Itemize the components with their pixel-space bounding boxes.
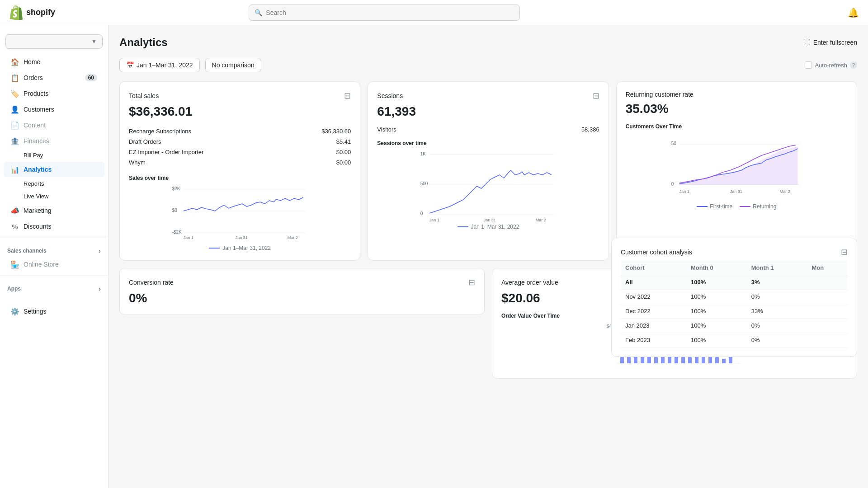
cohort-cell-dec-name: Dec 2022 [621, 304, 686, 319]
sidebar-item-marketing[interactable]: 📣 Marketing [4, 203, 104, 218]
returning-header: Returning customer rate [626, 91, 848, 98]
sidebar-item-discounts[interactable]: % Discounts [4, 219, 104, 234]
cohort-cell-feb-m1: 0% [747, 333, 807, 347]
content-icon: 📄 [11, 121, 19, 129]
home-icon: 🏠 [11, 58, 19, 66]
sidebar-item-label: Analytics [24, 166, 52, 173]
sidebar-item-customers[interactable]: 👤 Customers [4, 102, 104, 117]
cohort-table: Cohort Month 0 Month 1 Mon All 100% 3% N… [621, 261, 848, 347]
sidebar-item-live-view[interactable]: Live View [4, 190, 104, 202]
cohort-menu-icon[interactable]: ⊟ [841, 247, 848, 257]
cohort-cell-nov-m1: 0% [747, 290, 807, 304]
total-sales-row-0: Recharge Subscriptions $36,330.60 [129, 126, 351, 136]
sessions-menu-icon[interactable]: ⊟ [593, 91, 599, 101]
sidebar-item-reports[interactable]: Reports [4, 178, 104, 190]
sidebar-item-label: Products [24, 90, 48, 97]
visitors-row: Visitors 58,386 [377, 126, 599, 133]
search-bar[interactable]: 🔍 [249, 5, 520, 21]
returning-customer-card: Returning customer rate 35.03% Customers… [616, 81, 857, 261]
expand-icon[interactable]: › [99, 247, 101, 254]
sidebar-item-label: Content [24, 122, 46, 129]
first-time-legend-line [697, 206, 708, 207]
cohort-cell-dec-m2 [807, 304, 848, 319]
sidebar-item-label: Discounts [24, 223, 51, 230]
svg-text:1K: 1K [420, 151, 426, 156]
cohort-cell-jan-m2 [807, 319, 848, 333]
sidebar-item-label: Finances [24, 137, 49, 145]
returning-chart: 50 0 Jan 1 Jan 31 Mar 2 [626, 135, 848, 200]
conversion-menu-icon[interactable]: ⊟ [468, 277, 475, 287]
svg-text:0: 0 [420, 211, 423, 216]
returning-legend-line [740, 206, 750, 207]
cohort-row-dec2022: Dec 2022 100% 33% [621, 304, 848, 319]
legend-line [209, 248, 220, 249]
sidebar-item-online-store[interactable]: 🏪 Online Store [4, 257, 104, 272]
sidebar: ▼ 🏠 Home 📋 Orders 60 🏷️ Products 👤 Custo… [0, 25, 108, 488]
sidebar-item-products[interactable]: 🏷️ Products [4, 86, 104, 101]
svg-text:Jan 31: Jan 31 [236, 235, 248, 240]
page-header: Analytics ⛶ Enter fullscreen [119, 36, 857, 49]
cohort-cell-feb-m0: 100% [686, 333, 747, 347]
customers-over-time-label: Customers Over Time [626, 123, 848, 130]
sidebar-item-analytics[interactable]: 📊 Analytics [4, 162, 104, 177]
cohort-cell-all-m2 [807, 275, 848, 290]
returning-value: 35.03% [626, 102, 848, 116]
sidebar-item-label: Marketing [24, 207, 51, 214]
cohort-cell-feb-m2 [807, 333, 848, 347]
store-select[interactable]: ▼ [5, 34, 103, 49]
top-cards-grid: Total sales ⊟ $36,336.01 Recharge Subscr… [119, 81, 857, 261]
calendar-icon: 📅 [126, 61, 134, 69]
bell-icon[interactable]: 🔔 [848, 7, 859, 18]
sidebar-item-orders[interactable]: 📋 Orders 60 [4, 70, 104, 85]
settings-section: ⚙️ Settings [0, 294, 108, 319]
sessions-chart: 1K 500 0 Jan 1 Jan 31 Mar 2 [377, 150, 599, 219]
chevron-down-icon: ▼ [91, 38, 97, 45]
total-sales-header: Total sales ⊟ [129, 91, 351, 101]
logo: shopify [9, 5, 81, 20]
aov-title: Average order value [501, 279, 558, 286]
sessions-chart-svg: 1K 500 0 Jan 1 Jan 31 Mar 2 [377, 150, 599, 218]
sessions-chart-footer: Jan 1–Mar 31, 2022 [377, 224, 599, 230]
cohort-cell-dec-m0: 100% [686, 304, 747, 319]
total-sales-row-1: Draft Orders $5.41 [129, 136, 351, 147]
left-bottom-col: Conversion rate ⊟ 0% [119, 268, 485, 379]
auto-refresh-control: Auto-refresh ? [805, 61, 857, 69]
analytics-icon: 📊 [11, 165, 19, 174]
conversion-rate-card: Conversion rate ⊟ 0% [119, 268, 485, 315]
page-title: Analytics [119, 36, 168, 49]
logo-text: shopify [26, 8, 55, 17]
cohort-cell-nov-m2 [807, 290, 848, 304]
svg-text:Mar 2: Mar 2 [288, 235, 298, 240]
svg-text:-$2K: -$2K [172, 230, 182, 235]
cohort-row-jan2023: Jan 2023 100% 0% [621, 319, 848, 333]
total-sales-menu-icon[interactable]: ⊟ [344, 91, 351, 101]
reports-label: Reports [24, 180, 44, 187]
svg-text:Jan 31: Jan 31 [484, 218, 496, 222]
svg-text:Mar 2: Mar 2 [779, 189, 790, 194]
help-icon[interactable]: ? [850, 61, 857, 69]
svg-text:Jan 1: Jan 1 [429, 218, 439, 222]
cohort-cell-dec-m1: 33% [747, 304, 807, 319]
date-range-button[interactable]: 📅 Jan 1–Mar 31, 2022 [119, 58, 200, 72]
cohort-cell-nov-m0: 100% [686, 290, 747, 304]
orders-icon: 📋 [11, 74, 19, 82]
svg-text:Mar 2: Mar 2 [536, 218, 546, 222]
sessions-chart-label: Sessions over time [377, 140, 599, 146]
settings-label: Settings [24, 308, 47, 315]
comparison-button[interactable]: No comparison [205, 58, 261, 72]
sales-chart-label: Sales over time [129, 175, 351, 181]
search-input[interactable] [266, 9, 514, 16]
auto-refresh-checkbox[interactable] [805, 61, 812, 69]
online-store-label: Online Store [24, 261, 59, 268]
sidebar-item-bill-pay[interactable]: Bill Pay [4, 149, 104, 161]
apps-expand-icon[interactable]: › [99, 285, 101, 292]
sidebar-item-finances[interactable]: 🏦 Finances [4, 133, 104, 149]
total-sales-row-2: EZ Importer - Order Importer $0.00 [129, 147, 351, 157]
cohort-cell-jan-name: Jan 2023 [621, 319, 686, 333]
total-sales-row-3: Whym $0.00 [129, 157, 351, 168]
fullscreen-icon: ⛶ [803, 38, 811, 47]
fullscreen-button[interactable]: ⛶ Enter fullscreen [803, 38, 857, 47]
sidebar-item-content[interactable]: 📄 Content [4, 117, 104, 133]
sidebar-item-home[interactable]: 🏠 Home [4, 54, 104, 70]
sidebar-item-settings[interactable]: ⚙️ Settings [4, 304, 104, 319]
